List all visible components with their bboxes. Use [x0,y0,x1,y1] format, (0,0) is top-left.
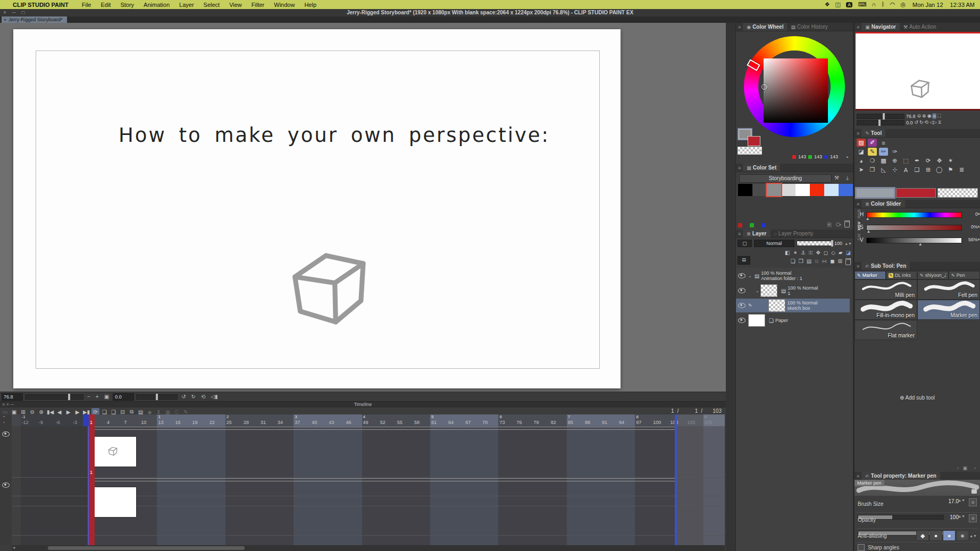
panel-collapse-strip[interactable] [726,23,735,551]
tool-zoom-icon[interactable]: ⊕ [890,157,899,165]
cel-duration-bar[interactable] [89,427,676,430]
color-set-preset-dropdown[interactable]: Storyboarding [739,174,832,183]
rotate-right-icon[interactable]: ↻ [919,120,924,125]
tool-blend-icon[interactable]: ❍ [868,157,877,165]
color-swatch-0[interactable] [738,184,752,196]
actual-size-icon[interactable]: ⛶ [937,113,941,119]
canvas-zoom-slider[interactable] [25,394,83,400]
flip-horizontal-icon[interactable]: ◁▷ [929,120,937,125]
tab-color-slider[interactable]: ≋Color Slider [861,200,904,208]
rotate-left-button[interactable]: ↺ [180,394,187,400]
menu-item-story[interactable]: Story [120,2,134,8]
tool-transparent-swatch[interactable] [937,188,978,198]
brush-size-stepper[interactable]: ▲▼ [958,499,965,502]
layer-palette-color-icon[interactable]: ◪ [846,250,851,256]
scroll-left-arrow-icon[interactable]: ◂ [13,545,15,550]
layer-thumbnail-size-button[interactable]: ▢ [738,240,752,247]
sub-tool-item-felt-pen[interactable]: Felt pen [917,279,980,300]
transfer-layer-icon[interactable]: ⧉ [815,258,818,265]
layer-lock-transparent-icon[interactable]: ✥ [816,250,820,256]
color-swatch-3[interactable] [781,184,795,196]
sub-tool-item-marker-pen[interactable]: Marker pen [917,300,980,320]
slider-handle[interactable]: ▲ [918,242,923,247]
opacity-stepper[interactable]: ▲▼ [958,515,965,518]
headphones-icon[interactable]: ∩ [872,1,876,7]
layer-opacity-slider[interactable] [797,241,832,246]
timeline-scrollbar[interactable]: ◂ [12,545,725,551]
tab-sub-tool[interactable]: ✍Sub Tool: Pen [861,262,910,270]
tool-eraser-icon[interactable]: ◪ [857,148,866,156]
canvas-area[interactable]: How to make your own perspective: [0,23,726,392]
sub-tool-item-milli-pen[interactable]: Milli pen [855,279,917,300]
navigator-rotate-slider[interactable] [857,120,904,125]
display-grid-icon[interactable]: ◫ [835,1,841,7]
menu-item-select[interactable]: Select [204,2,220,8]
color-wheel-menu-icon[interactable]: ≡ [738,24,741,30]
aa-middle-icon[interactable]: ● [943,530,956,541]
brush-size-value[interactable]: 17.0 [949,498,959,504]
layer-draft-icon[interactable]: ▰ [839,250,843,256]
tool-balloon-icon[interactable]: ❏ [912,166,922,174]
aa-weak-icon[interactable]: ● [929,530,942,541]
animation-cel-thumbnail[interactable] [89,437,136,467]
add-sub-tool-button[interactable]: ⊕ Add sub tool [855,395,980,401]
color-swatch-1[interactable] [752,184,767,196]
current-frame-field[interactable]: 1 [658,408,674,414]
fit-screen-icon[interactable]: ◉ [927,113,932,119]
aa-stepper[interactable]: ▲▼ [969,535,977,537]
tool-page-icon[interactable]: ❐ [868,166,877,174]
slider-track-h[interactable] [866,212,962,218]
tab-tool[interactable]: ✎Tool [861,129,885,137]
delete-layer-icon[interactable] [845,258,851,265]
tool-background-swatch[interactable] [896,188,936,198]
layer-row-paper[interactable]: ❏Paper [736,313,850,327]
sub-tool-item-fill-in-mono-pen[interactable]: Fill-in-mono pen [855,300,917,320]
saturation-value-square[interactable] [764,58,828,123]
dock-panel-icon-3[interactable]: ▫ [974,465,976,471]
flip-view-button[interactable]: ◁▮ [209,394,219,400]
navigator-zoom-slider[interactable] [857,114,904,119]
tab-layer[interactable]: ≋Layer [743,230,770,238]
new-layer-dialog-icon[interactable]: ❐ [799,258,803,265]
sketch-cel-thumbnail[interactable] [89,487,136,517]
slider-handle[interactable]: ▲ [866,216,870,221]
tab-navigator[interactable]: ▣Navigator [861,23,900,31]
color-swatch-6[interactable] [824,184,839,196]
tool-fill-icon[interactable]: ◕ [857,157,866,165]
zoom-in-button[interactable]: + [94,394,100,400]
timeline-scrollbar-thumb[interactable] [48,546,245,550]
tool-wand-icon[interactable]: ✶ [946,157,955,165]
color-mode-toggle-icon[interactable]: ◔ [845,154,849,160]
dock-panel-icon-2[interactable]: ▣ [962,465,967,471]
tool-rotate-icon[interactable]: ⟳ [924,157,933,165]
sv-cursor[interactable] [761,84,767,90]
collapse-tracks-icon[interactable]: ⌃⌄ [2,416,6,423]
sub-tool-item-flat-marker[interactable]: Flat marker [855,320,917,340]
navigator-preview[interactable] [856,32,980,111]
layer-row-animation-folder-:-1[interactable]: ⌄▤100 % NormalAnimation folder : 1 [736,269,850,283]
zoom-out-icon[interactable]: ⊖ [917,113,922,119]
playhead[interactable] [89,426,95,545]
tool-ruler-icon[interactable]: ◺ [879,166,888,174]
slider-value-h[interactable]: 0 [965,211,978,217]
blend-mode-dropdown[interactable]: Normal [754,240,795,247]
brush-preview[interactable]: Marker pen [855,480,980,496]
tab-layer-property[interactable]: ◌Layer Property [770,230,817,238]
tool-brush-icon[interactable]: ✑ [890,148,899,156]
tool-operation-icon[interactable]: ➤ [857,166,866,174]
mini-swatch-1[interactable] [750,223,754,227]
delete-color-icon[interactable] [844,221,850,227]
layer-visibility-eye-icon[interactable] [738,318,746,323]
transparent-color-swatch[interactable] [738,147,762,155]
layer-reference-icon[interactable]: ◇ [831,250,835,256]
slider-track-s[interactable] [866,225,962,231]
layer-expand-chevron-icon[interactable]: ⌄ [748,274,752,278]
tab-tool-property[interactable]: ✍Tool property: Marker pen [861,472,940,480]
tab-color-history[interactable]: ▤Color History [787,23,831,31]
slider-stepper[interactable]: ▲▼ [977,225,980,227]
tool-menu-icon[interactable]: ≡ [857,131,859,136]
color-swatch-2[interactable] [767,184,781,196]
mini-swatch-2[interactable] [761,223,766,227]
tool-flow-icon[interactable]: ⚑ [946,166,955,174]
aa-strong-icon[interactable]: ● [956,530,969,541]
